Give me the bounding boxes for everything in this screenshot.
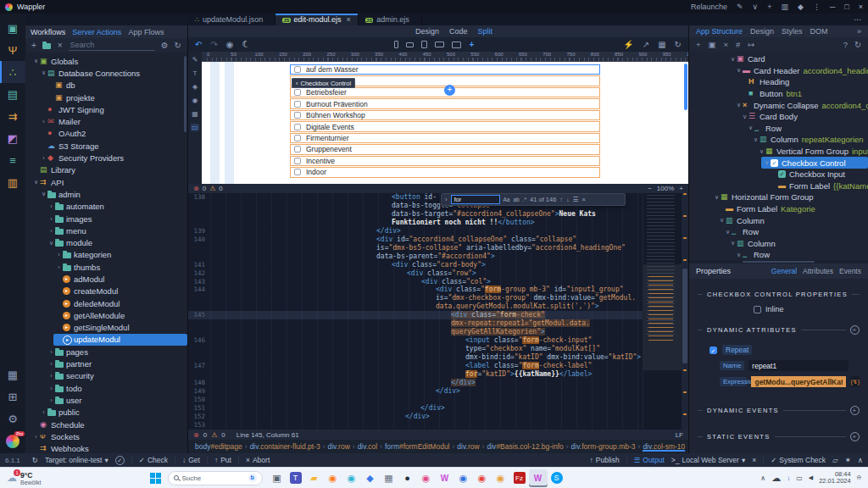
expander-icon[interactable]: ∨ [40,69,47,76]
grid-view-icon[interactable]: ▦ [658,40,665,49]
workflow-tree-item[interactable]: ∨ API [25,176,187,188]
expander-icon[interactable]: › [40,155,47,161]
breadcrumb-item[interactable]: div.row [457,442,479,451]
code-line[interactable]: Funktioniert noch nicht !!</button> [188,219,688,227]
breadcrumb-item[interactable]: body#editpage [195,442,242,451]
workflow-tree-item[interactable]: › thumbs [25,261,187,273]
expander-icon[interactable]: › [55,252,63,258]
code-line[interactable]: 143 <div class="col"> [188,278,688,286]
workflow-tree-item[interactable]: › security [25,370,187,382]
theme-droplet-icon[interactable]: ◆ [798,3,804,11]
minimap[interactable] [643,193,682,430]
bing-icon[interactable]: b [248,474,257,482]
code-line[interactable]: data-bs-parent="#accordion4"> [188,252,688,261]
structure-tree-item[interactable]: Form Label Kategorie [689,203,868,215]
taskbar-app-wappler-active[interactable]: W [529,469,548,487]
measure-tool-icon[interactable]: ▭ [191,124,199,131]
workflow-tree-item[interactable]: deledeModul [25,297,187,309]
taskbar-app-chrome-2[interactable]: ◉ [492,469,510,487]
code-line[interactable]: dmx-bind:id="katID" dmx-bind:value="katI… [188,353,688,362]
add-element-button[interactable]: + [444,85,455,96]
structure-tree-item[interactable]: ∨ Row [689,123,868,135]
breadcrumb-item[interactable]: div.col [358,442,377,451]
data-binding-picker-icon[interactable]: {↯} [850,376,860,387]
new-project-icon[interactable]: + [767,3,771,11]
download-icon[interactable]: ↓ [787,474,790,482]
put-button[interactable]: ↑Put [214,456,231,464]
expander-icon[interactable]: ∨ [763,159,771,166]
expander-icon[interactable]: ∨ [40,191,47,197]
output-button[interactable]: ☰Output [634,456,665,464]
expander-icon[interactable]: › [47,373,55,379]
view-design-button[interactable]: Design [415,27,439,36]
structure-tree-item[interactable]: ∨ Card Header accordion4_headingOne [689,65,868,77]
breadcrumb-item[interactable]: div.form-group.mb-3 [571,442,636,451]
expander-icon[interactable]: › [47,349,55,355]
workflow-tree-item[interactable]: getSingleModul [25,322,187,334]
code-line[interactable]: is="dmx-checkbox-group" dmx-bind:value="… [188,294,688,302]
code-line[interactable]: data.queryGetModul.modulKat.split(',')"> [188,302,688,311]
volume-icon[interactable]: ◀ [809,474,813,481]
view-code-button[interactable]: Code [449,27,468,36]
expander-icon[interactable]: ∨ [729,56,737,63]
structure-hscrollbar[interactable] [689,260,868,263]
code-line[interactable]: 145 <div class="form-check" [188,311,688,319]
inline-checkbox[interactable] [754,306,761,313]
code-line[interactable]: 153 [188,421,688,430]
workflow-tree-item[interactable]: S3 Storage [25,140,187,152]
device-phone-icon[interactable] [394,41,398,48]
workflows-search-input[interactable] [69,40,155,51]
tray-chevron-icon[interactable]: ∧ [760,474,765,482]
workflow-tree-item[interactable]: › kategorien [25,249,187,261]
code-line[interactable]: 149 </div> [188,387,688,396]
redo-icon[interactable]: ↷ [210,40,217,49]
expander-icon[interactable]: › [47,397,55,403]
structure-tree-item[interactable]: ∨ Row [689,226,868,238]
server-close-icon[interactable]: × [752,456,756,464]
breadcrumb-item[interactable]: div.col-sm-10 [643,442,685,452]
zoom-in-button[interactable]: + [679,185,683,192]
taskbar-app-chrome[interactable]: ◉ [473,469,492,487]
extensions-icon[interactable]: ⊞ [0,385,25,408]
structure-tree-item[interactable]: ∨ Dynamic Collapse accordion4_collapseOn… [689,99,868,111]
expander-icon[interactable]: ∨ [735,67,743,74]
view-split-button[interactable]: Split [478,27,493,36]
edit-project-icon[interactable]: ✎ [737,3,743,11]
taskbar-app-photos[interactable]: ◆ [361,469,380,487]
checkbox-icon[interactable] [294,66,301,73]
code-line[interactable]: 144 <div class="form-group mb-3" id="inp… [188,286,688,294]
code-line[interactable]: 141 <div class="card-body"> [188,261,688,269]
get-button[interactable]: ↓Get [182,456,200,464]
repeat-name-input[interactable] [748,360,849,371]
workflow-tree-item[interactable]: db [25,80,187,92]
tab-dom[interactable]: DOM [810,27,828,36]
code-line[interactable]: 139 </div> [188,227,688,236]
workflow-tree-item[interactable]: › partner [25,358,187,369]
structure-tree-item[interactable]: Button btn1 [689,88,868,100]
structure-tree-item[interactable]: Heading [689,76,868,88]
taskbar-app-filezilla[interactable]: Fz [510,469,529,487]
help-icon[interactable]: ? [843,40,848,49]
workflow-tree-item[interactable]: Webhooks [25,443,187,454]
wappler-pro-logo[interactable] [6,435,19,448]
repeat-expression-input[interactable] [751,376,846,387]
expander-icon[interactable]: › [40,119,47,125]
expander-icon[interactable]: › [55,264,63,270]
expander-icon[interactable]: › [47,203,55,209]
file-tab-close-icon[interactable]: × [347,15,351,24]
find-in-selection-icon[interactable]: ☰ [573,196,579,203]
workflow-tree-item[interactable]: JWT Signing [25,103,187,115]
device-laptop-icon[interactable] [435,42,444,47]
checkbox-icon[interactable] [294,101,301,108]
editor-scrollbar[interactable] [682,193,688,430]
add-dynamic-attribute-button[interactable]: + [850,325,860,335]
expander-icon[interactable]: › [32,434,40,440]
taskbar-app-wappler[interactable]: W [436,469,454,487]
workflow-tree-item[interactable]: › user [25,394,187,406]
tabs-overflow-icon[interactable]: » [857,27,861,36]
match-case-icon[interactable]: Aa [504,197,510,202]
workflow-tree-item[interactable]: › public [25,407,187,419]
find-input[interactable] [451,195,500,204]
expander-icon[interactable]: › [40,409,47,415]
workflows-refresh-icon[interactable]: ↻ [175,41,181,50]
